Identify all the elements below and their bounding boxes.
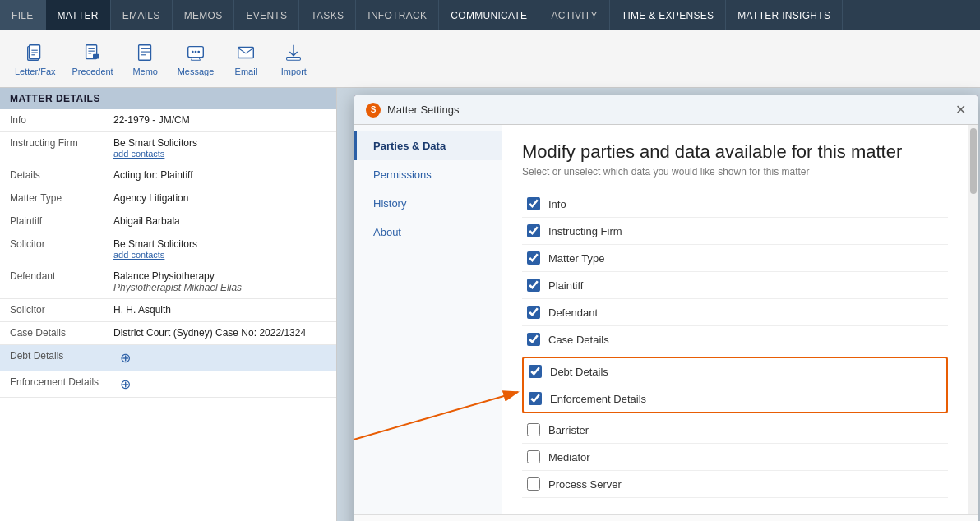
matter-details-header: MATTER DETAILS bbox=[0, 88, 336, 109]
checkbox-plaintiff: Plaintiff bbox=[522, 272, 948, 299]
nav-emails[interactable]: EMAILS bbox=[111, 0, 173, 30]
email-icon bbox=[235, 42, 257, 63]
sidebar-item-permissions[interactable]: Permissions bbox=[354, 160, 502, 189]
table-row: Plaintiff Abigail Barbala bbox=[0, 210, 336, 233]
import-button[interactable]: Import bbox=[271, 39, 316, 80]
checkbox-plaintiff-input[interactable] bbox=[527, 279, 540, 292]
checkbox-instructing-firm-label: Instructing Firm bbox=[548, 225, 622, 237]
row-value-solicitor-2: H. H. Asquith bbox=[107, 299, 336, 320]
row-label-enforcement-details: Enforcement Details bbox=[0, 371, 107, 393]
checkbox-matter-type-input[interactable] bbox=[527, 251, 540, 265]
main-area: MATTER DETAILS Info 22-1979 - JM/CM Inst… bbox=[0, 88, 980, 521]
instructing-firm-name: Be Smart Solicitors bbox=[113, 137, 197, 149]
checkbox-barrister-input[interactable] bbox=[527, 423, 540, 436]
dialog-title-area: S Matter Settings bbox=[366, 103, 459, 118]
email-label: Email bbox=[235, 67, 258, 76]
matter-panel: MATTER DETAILS Info 22-1979 - JM/CM Inst… bbox=[0, 88, 337, 521]
nav-file[interactable]: FILE bbox=[0, 0, 46, 30]
checkbox-enforcement-details: Enforcement Details bbox=[524, 385, 946, 412]
sidebar-item-about[interactable]: About bbox=[354, 218, 502, 247]
dialog-header: S Matter Settings ✕ bbox=[354, 95, 978, 125]
row-label-instructing-firm: Instructing Firm bbox=[0, 132, 107, 154]
highlighted-group: Debt Details Enforcement Details bbox=[522, 357, 948, 413]
checkbox-info-label: Info bbox=[548, 198, 566, 210]
nav-activity[interactable]: ACTIVITY bbox=[539, 0, 609, 30]
message-label: Message bbox=[178, 67, 215, 76]
row-label-debt-details: Debt Details bbox=[0, 345, 107, 367]
top-navigation: FILE MATTER EMAILS MEMOS EVENTS TASKS IN… bbox=[0, 0, 980, 30]
dialog-logo: S bbox=[366, 103, 381, 118]
nav-time-expenses[interactable]: TIME & EXPENSES bbox=[610, 0, 727, 30]
checkbox-process-server-label: Process Server bbox=[548, 478, 622, 491]
checkbox-mediator-label: Mediator bbox=[548, 451, 590, 463]
nav-infotrack[interactable]: INFOTRACK bbox=[356, 0, 439, 30]
checkbox-list: Info Instructing Firm Matter Type P bbox=[522, 191, 948, 498]
dialog-scrollbar[interactable] bbox=[968, 125, 978, 514]
memo-button[interactable]: Memo bbox=[123, 39, 168, 80]
table-row: Info 22-1979 - JM/CM bbox=[0, 109, 336, 132]
nav-matter[interactable]: MATTER bbox=[46, 0, 111, 30]
row-value-details: Acting for: Plaintiff bbox=[107, 164, 336, 186]
import-label: Import bbox=[281, 67, 307, 76]
debt-details-add[interactable]: ⊕ bbox=[113, 348, 137, 368]
checkbox-barrister: Barrister bbox=[522, 417, 948, 444]
dialog-scroll-thumb[interactable] bbox=[970, 128, 977, 194]
row-value-debt-details: ⊕ bbox=[107, 345, 336, 371]
table-row: Details Acting for: Plaintiff bbox=[0, 164, 336, 187]
checkbox-process-server-input[interactable] bbox=[527, 477, 540, 491]
table-row: Solicitor H. H. Asquith bbox=[0, 299, 336, 322]
toolbar: Letter/Fax Precedent Memo Message bbox=[0, 30, 980, 88]
checkbox-matter-type: Matter Type bbox=[522, 245, 948, 272]
sidebar-item-parties-data[interactable]: Parties & Data bbox=[354, 131, 502, 160]
checkbox-barrister-label: Barrister bbox=[548, 424, 589, 436]
nav-tasks[interactable]: TASKS bbox=[299, 0, 356, 30]
row-value-case-details: District Court (Sydney) Case No: 2022/13… bbox=[107, 322, 336, 343]
precedent-button[interactable]: Precedent bbox=[66, 39, 120, 80]
checkbox-enforcement-details-input[interactable] bbox=[529, 392, 542, 405]
table-row-debt-details: Debt Details ⊕ bbox=[0, 345, 336, 371]
checkbox-info-input[interactable] bbox=[527, 197, 540, 210]
row-value-enforcement-details: ⊕ bbox=[107, 371, 336, 397]
checkbox-defendant-input[interactable] bbox=[527, 306, 540, 319]
checkbox-instructing-firm-input[interactable] bbox=[527, 224, 540, 237]
checkbox-debt-details-input[interactable] bbox=[529, 365, 542, 378]
nav-communicate[interactable]: COMMUNICATE bbox=[439, 0, 539, 30]
memo-label: Memo bbox=[132, 67, 158, 76]
checkbox-mediator-input[interactable] bbox=[527, 450, 540, 463]
defendant-sub: Physiotherapist Mikhael Elias bbox=[113, 282, 330, 293]
row-label-plaintiff: Plaintiff bbox=[0, 210, 107, 232]
checkbox-plaintiff-label: Plaintiff bbox=[548, 279, 583, 292]
memo-icon bbox=[135, 42, 156, 63]
matter-settings-dialog: S Matter Settings ✕ Parties & Data Permi… bbox=[354, 95, 978, 521]
solicitor-1-name: Be Smart Solicitors bbox=[113, 238, 197, 250]
add-contacts-solicitor[interactable]: add contacts bbox=[113, 250, 330, 260]
message-icon bbox=[185, 42, 206, 63]
svg-rect-1 bbox=[29, 44, 39, 58]
checkbox-case-details-input[interactable] bbox=[527, 333, 540, 346]
svg-rect-18 bbox=[238, 47, 254, 58]
row-value-plaintiff: Abigail Barbala bbox=[107, 210, 336, 232]
table-row: Solicitor Be Smart Solicitors add contac… bbox=[0, 233, 336, 265]
checkbox-matter-type-label: Matter Type bbox=[548, 252, 604, 265]
svg-rect-9 bbox=[93, 53, 99, 58]
letter-fax-button[interactable]: Letter/Fax bbox=[8, 39, 62, 80]
dialog-close-button[interactable]: ✕ bbox=[955, 102, 966, 118]
checkbox-info: Info bbox=[522, 191, 948, 218]
row-value-defendant: Balance Physiotherapy Physiotherapist Mi… bbox=[107, 265, 336, 298]
add-contacts-instructing[interactable]: add contacts bbox=[113, 149, 330, 159]
nav-memos[interactable]: MEMOS bbox=[173, 0, 235, 30]
enforcement-details-add[interactable]: ⊕ bbox=[113, 374, 137, 394]
row-label-details: Details bbox=[0, 164, 107, 186]
checkbox-defendant-label: Defendant bbox=[548, 307, 598, 319]
import-icon bbox=[283, 42, 304, 63]
sidebar-item-history[interactable]: History bbox=[354, 189, 502, 218]
message-button[interactable]: Message bbox=[171, 39, 221, 80]
precedent-label: Precedent bbox=[72, 67, 113, 76]
nav-events[interactable]: EVENTS bbox=[234, 0, 299, 30]
checkbox-case-details-label: Case Details bbox=[548, 334, 609, 346]
nav-matter-insights[interactable]: MATTER INSIGHTS bbox=[726, 0, 843, 30]
dialog-content: Modify parties and data available for th… bbox=[502, 125, 968, 514]
svg-point-17 bbox=[197, 50, 200, 53]
email-button[interactable]: Email bbox=[224, 39, 268, 80]
table-row: Matter Type Agency Litigation bbox=[0, 187, 336, 210]
